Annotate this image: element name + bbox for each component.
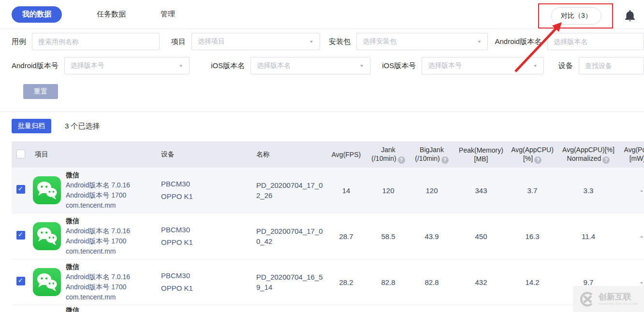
- help-icon[interactable]: ?: [534, 156, 542, 164]
- table-row: 微信: [12, 305, 644, 312]
- col-header-avg-appcpu: Avg(AppCPU) [%]?: [508, 145, 557, 164]
- col-header-appcpu-normalized: Avg(AppCPU)[%] Normalized?: [557, 145, 620, 164]
- filter-label-device: 设备: [558, 61, 573, 71]
- ios-version-name-placeholder: 选择版本名: [257, 61, 291, 70]
- android-version-name-input-wrap: [547, 33, 644, 50]
- wechat-app-icon: [33, 222, 61, 250]
- jank-value: 58.5: [367, 232, 409, 241]
- col-header-jank: Jank (/10min)?: [367, 145, 409, 164]
- chevron-down-icon: ▼: [477, 40, 482, 44]
- help-icon[interactable]: ?: [441, 156, 449, 164]
- table-row: 微信 Android版本名 7.0.16 Android版本号 1700 com…: [12, 213, 644, 259]
- package-select-placeholder: 选择安装包: [363, 37, 396, 46]
- jank-value: 82.8: [367, 278, 409, 286]
- filter-label-android-version-code: Android版本号: [12, 61, 59, 71]
- nav-tab-task-data[interactable]: 任务数据: [97, 10, 126, 19]
- wechat-app-icon: [33, 268, 61, 296]
- watermark: 创新互联 CHUANG XIN HU LIAN: [573, 286, 644, 312]
- chevron-down-icon: ▼: [359, 64, 364, 68]
- device-search-input-wrap: [579, 57, 644, 74]
- usecase-search-input-wrap: [32, 33, 160, 50]
- peak-memory-value: 450: [454, 232, 508, 241]
- col-header-bigjank: BigJank (/10min)?: [409, 145, 454, 164]
- package-select[interactable]: 选择安装包 ▼: [356, 33, 488, 50]
- report-name-link[interactable]: PD_20200704_17_02_26: [256, 181, 323, 199]
- row-checkbox[interactable]: [16, 231, 25, 240]
- filter-label-package: 安装包: [329, 37, 351, 46]
- avg-fps-value: 28.7: [325, 232, 367, 241]
- col-header-peak-memory: Peak(Memory) [MB]: [454, 146, 508, 163]
- ios-version-code-placeholder: 选择版本号: [428, 61, 462, 70]
- select-all-checkbox[interactable]: [16, 150, 25, 158]
- avg-fps-value: 14: [325, 186, 367, 195]
- section-divider: [0, 112, 644, 112]
- reset-button[interactable]: 重置: [23, 84, 58, 99]
- peak-memory-value: 432: [454, 278, 508, 286]
- filter-label-usecase: 用例: [12, 37, 26, 46]
- avg-appcpu-value: 3.7: [508, 186, 557, 195]
- report-name-link[interactable]: PD_20200704_17_00_42: [256, 227, 323, 245]
- avg-power-value: -: [620, 186, 644, 195]
- usecase-search-input[interactable]: [38, 38, 153, 45]
- watermark-logo-icon: [579, 291, 595, 307]
- bigjank-value: 120: [409, 186, 454, 195]
- filter-label-ios-version-code: iOS版本号: [382, 61, 416, 71]
- project-select-placeholder: 选择项目: [198, 37, 225, 46]
- data-table: 项目 设备 名称 Avg(FPS) Jank (/10min)? BigJank…: [12, 142, 644, 312]
- avg-appcpu-value: 14.2: [508, 278, 557, 286]
- row-checkbox[interactable]: [16, 185, 25, 194]
- bigjank-value: 43.9: [409, 232, 454, 241]
- filter-row-1: 用例 项目 选择项目 ▼ 安装包 选择安装包 ▼ Android版本名: [12, 33, 644, 50]
- chevron-down-icon: ▼: [178, 64, 183, 68]
- device-cell: PBCM30 OPPO K1: [153, 224, 240, 249]
- col-header-project: 项目: [33, 150, 153, 159]
- avg-appcpu-value: 16.3: [508, 232, 557, 241]
- batch-archive-button[interactable]: 批量归档: [12, 119, 51, 133]
- filter-panel: 用例 项目 选择项目 ▼ 安装包 选择安装包 ▼ Android版本名 Andr…: [0, 33, 644, 99]
- filter-label-ios-version-name: iOS版本名: [211, 61, 245, 71]
- watermark-subtext: CHUANG XIN HU LIAN: [599, 302, 638, 305]
- appcpu-normalized-value: 3.3: [557, 186, 620, 195]
- report-name-link[interactable]: PD_20200704_16_59_14: [256, 273, 323, 291]
- android-version-code-select[interactable]: 选择版本号 ▼: [64, 57, 190, 74]
- table-row: 微信 Android版本名 7.0.16 Android版本号 1700 com…: [12, 259, 644, 305]
- android-version-name-input[interactable]: [554, 38, 638, 45]
- ios-version-code-select[interactable]: 选择版本号 ▼: [422, 57, 544, 74]
- project-info: 微信 Android版本名 7.0.16 Android版本号 1700 com…: [66, 216, 130, 256]
- device-cell: PBCM30 OPPO K1: [153, 269, 240, 295]
- table-row: 微信 Android版本名 7.0.16 Android版本号 1700 com…: [12, 168, 644, 213]
- col-header-avg-power: Avg(Power) [mW]?: [620, 145, 644, 164]
- device-cell: PBCM30 OPPO K1: [153, 178, 240, 203]
- batch-bar: 批量归档 3 个已选择: [12, 119, 644, 133]
- bigjank-value: 82.8: [409, 278, 454, 286]
- compare-button[interactable]: 对比（3）: [551, 7, 601, 25]
- android-version-code-placeholder: 选择版本号: [71, 61, 104, 70]
- project-select[interactable]: 选择项目 ▼: [191, 33, 320, 50]
- appcpu-normalized-value: 9.7: [557, 278, 620, 286]
- col-header-device: 设备: [153, 150, 240, 159]
- help-icon[interactable]: ?: [602, 156, 610, 164]
- wechat-app-icon: [33, 176, 61, 204]
- table-header-row: 项目 设备 名称 Avg(FPS) Jank (/10min)? BigJank…: [12, 142, 644, 168]
- help-icon[interactable]: ?: [398, 156, 405, 164]
- peak-memory-value: 343: [454, 186, 508, 195]
- top-nav: 我的数据 任务数据 管理 对比（3）: [0, 0, 644, 29]
- filter-row-2: Android版本号 选择版本号 ▼ iOS版本名 选择版本名 ▼ iOS版本号…: [12, 57, 644, 74]
- avg-power-value: -: [620, 232, 644, 241]
- col-header-avg-fps: Avg(FPS): [325, 150, 367, 159]
- chevron-down-icon: ▼: [533, 64, 538, 68]
- nav-tab-my-data[interactable]: 我的数据: [12, 6, 62, 23]
- ios-version-name-select[interactable]: 选择版本名 ▼: [250, 57, 370, 74]
- notification-bell-icon[interactable]: [624, 9, 636, 23]
- project-info: 微信 Android版本名 7.0.16 Android版本号 1700 com…: [66, 170, 130, 211]
- avg-fps-value: 28.2: [325, 278, 367, 286]
- chevron-down-icon: ▼: [309, 40, 314, 44]
- row-checkbox[interactable]: [16, 277, 25, 285]
- project-info: 微信 Android版本名 7.0.16 Android版本号 1700 com…: [66, 262, 130, 302]
- device-search-input[interactable]: [585, 62, 638, 70]
- nav-tab-manage[interactable]: 管理: [161, 10, 175, 19]
- project-info: 微信: [66, 305, 79, 312]
- appcpu-normalized-value: 11.4: [557, 232, 620, 241]
- jank-value: 120: [367, 186, 409, 195]
- avg-power-value: -: [620, 278, 644, 286]
